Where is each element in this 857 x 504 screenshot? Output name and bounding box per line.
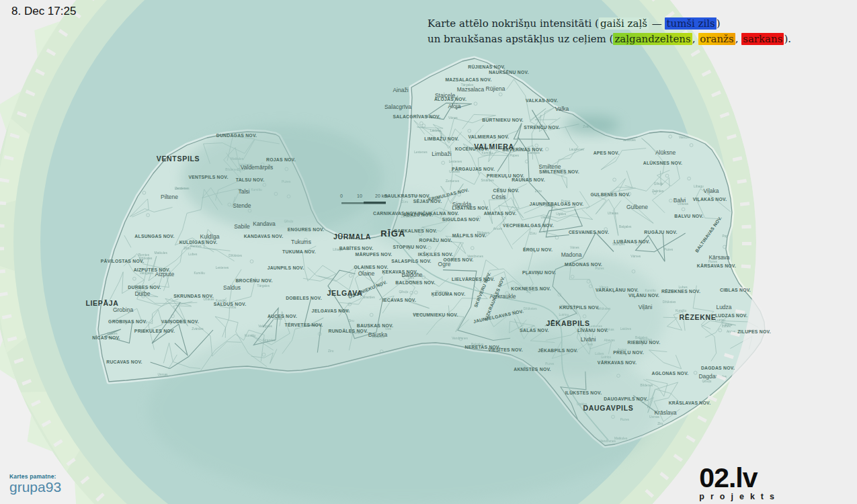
map-label: VALMIERAS NOV.	[468, 134, 509, 139]
map-label: ALŪKSNES NOV.	[643, 161, 683, 165]
map-label: VENTSPILS	[157, 155, 200, 163]
map-label: Krāslava	[654, 409, 676, 416]
map-label: Talsi	[238, 188, 249, 195]
map-label: STOPIŅU NOV.	[393, 245, 427, 250]
map-label: BALDONES NOV.	[395, 280, 435, 285]
map-label: ILŪKSTES NOV.	[565, 390, 602, 395]
village-label: Valdgales	[258, 325, 272, 328]
map-label: DURBES NOV.	[128, 285, 161, 290]
village-label: Vānes	[448, 116, 458, 120]
map-label: GULBENES NOV.	[591, 192, 630, 197]
map-label: Smiltene	[538, 163, 561, 170]
map-label: RĒZEKNE	[679, 313, 716, 321]
map-label: SALACGRĪVAS NOV.	[393, 114, 441, 119]
map-label: RIEBIŅU NOV.	[628, 340, 661, 345]
map-label: JELGAVAS NOV.	[312, 308, 350, 313]
map-label: Mazsalaca	[457, 86, 485, 93]
map-label: OLAINES NOV.	[354, 265, 388, 269]
map-label: VIESĪTES NOV.	[488, 347, 523, 352]
map-label: Ogre	[438, 261, 451, 267]
map-label: LUDZAS NOV.	[715, 313, 747, 318]
legend-text: )	[717, 17, 721, 30]
map-label: MADONAS NOV.	[565, 262, 602, 267]
map-label: DOBELES NOV.	[286, 296, 322, 300]
map-label: TALSU NOV.	[236, 177, 265, 182]
map-label: LIMBAŽU NOV.	[424, 136, 458, 141]
map-label: BABĪTES NOV.	[339, 246, 374, 251]
map-label: Cēsis	[491, 194, 505, 200]
map-label: Aizpute	[155, 271, 175, 278]
map-label: ALSUNGAS NOV.	[134, 234, 174, 239]
map-label: ROJAS NOV.	[266, 157, 296, 162]
village-label: Lubes	[679, 286, 688, 289]
legend-text: ,	[692, 33, 699, 45]
weather-map-page: VānesLutriņuStrazdesLaucienesAbavasKursī…	[0, 0, 857, 504]
village-label: Lubes	[722, 325, 731, 328]
village-label: Džūkstes	[229, 254, 242, 257]
map-label: VIĻĀNU NOV.	[628, 293, 659, 298]
map-label: LĪVĀNU NOV.	[577, 328, 608, 333]
map-label: Durbe	[134, 290, 150, 297]
map-label: RŪJIENAS NOV.	[468, 65, 505, 69]
map-label: AKNĪSTES NOV.	[514, 367, 551, 372]
map-label: APES NOV.	[594, 151, 620, 155]
village-label: Užavas	[608, 212, 619, 215]
map-label: Valka	[555, 106, 569, 112]
map-label: Alūksne	[655, 149, 676, 156]
village-label: Zūru	[535, 190, 542, 193]
map-label: DUNDAGAS NOV.	[216, 133, 257, 138]
map-label: MĀLPILS NOV.	[452, 233, 487, 238]
map-label: Sabile	[234, 223, 250, 230]
map-label: Staicele	[435, 92, 456, 99]
map-label: BALVU NOV.	[674, 214, 703, 218]
map-label: Viļāni	[639, 304, 653, 310]
map-label: IECAVAS NOV.	[382, 298, 416, 302]
legend-text: —	[649, 17, 665, 30]
map-label: Aizkraukle	[489, 293, 516, 300]
map-label: KRUSTPILS NOV.	[559, 305, 600, 310]
map-label: Kārsava	[708, 254, 729, 261]
village-label: Zvārdes	[192, 327, 204, 331]
village-label: Lestenes	[414, 151, 427, 154]
village-label: Vārves	[630, 255, 641, 258]
map-label: DAGDAS NOV.	[701, 366, 735, 370]
village-label: Laucienes	[569, 148, 584, 151]
logo-title: 02.lv	[699, 464, 780, 492]
legend-highlight-light-green: gaiši zaļš	[599, 17, 649, 30]
village-label: Lestenes	[449, 160, 462, 163]
map-label: LIEPĀJA	[85, 299, 118, 307]
scale-label-10: 10	[357, 194, 362, 198]
village-label: Zūru	[530, 232, 536, 235]
site-logo: 02.lv projekts	[699, 464, 780, 501]
legend-line-1: Karte attēlo nokrišņu intensitāti (gaiši…	[427, 16, 791, 32]
map-label: JŪRMALA	[333, 233, 371, 241]
map-label: Viļaka	[704, 187, 719, 194]
map-label: Saldus	[223, 284, 241, 291]
map-label: AMATAS NOV.	[484, 211, 517, 216]
map-label: PRIEKULES NOV.	[134, 329, 175, 333]
map-label: JELGAVA	[327, 289, 363, 297]
map-label: JAUNPILS NOV.	[268, 265, 304, 270]
village-label: Lutriņu	[715, 319, 725, 322]
village-label: Ances	[493, 227, 503, 230]
map-label: Balvi	[674, 197, 686, 204]
map-label: Salacgrīva	[384, 103, 411, 110]
map-label: SIGULDAS NOV.	[442, 217, 480, 222]
map-label: DAUGAVPILS	[583, 404, 633, 412]
legend-text: un braukšanas apstākļus uz ceļiem (	[427, 33, 613, 45]
legend-text: ).	[784, 33, 791, 45]
village-label: Kursīšu	[482, 151, 493, 155]
village-label: Laidzes	[430, 129, 442, 132]
legend-highlight-orange: oranžs	[698, 33, 735, 45]
map-label: JAUNPIEBALGAS NOV.	[530, 202, 584, 206]
map-label: JĒKABPILS NOV.	[538, 348, 578, 353]
map-label: VENTSPILS NOV.	[188, 175, 228, 179]
map-label: STRENČU NOV.	[524, 124, 560, 130]
map-label: Stende	[233, 202, 251, 209]
map-label: Sigulda	[452, 201, 472, 208]
map-label: VIĻAKAS NOV.	[693, 197, 727, 202]
map-label: NAUKŠĒNU NOV.	[489, 69, 529, 75]
map-label: Madona	[561, 251, 582, 258]
legend-highlight-dark-blue: tumši zils	[665, 17, 716, 30]
village-label: Popes	[509, 154, 519, 157]
